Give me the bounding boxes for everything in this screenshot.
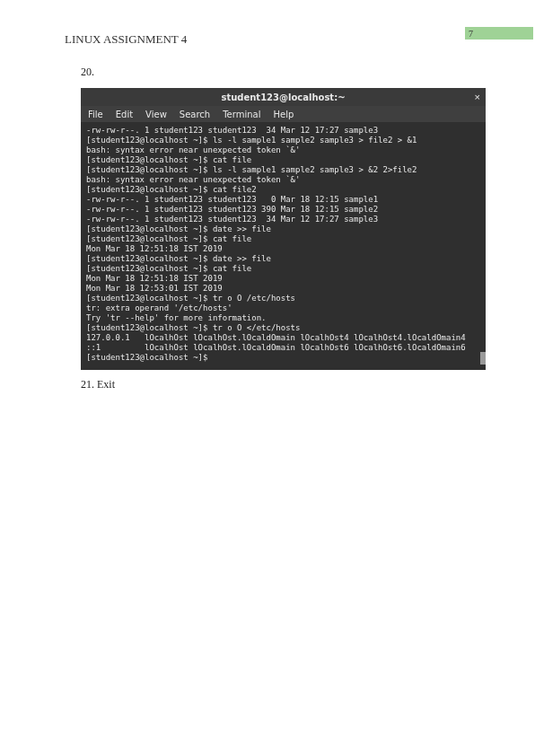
term-line: Try 'tr --help' for more information.: [86, 313, 266, 322]
menu-edit[interactable]: Edit: [116, 110, 133, 119]
term-line: 127.0.0.1 lOcalhOst lOcalhOst.lOcaldOmai…: [86, 333, 466, 342]
term-line: bash: syntax error near unexpected token…: [86, 175, 300, 184]
term-line: Mon Mar 18 12:53:01 IST 2019: [86, 284, 223, 293]
term-line: tr: extra operand '/etc/hosts': [86, 303, 232, 312]
term-line: -rw-rw-r--. 1 student123 student123 34 M…: [86, 126, 378, 135]
page-header: LINUX ASSIGNMENT 4 7: [0, 27, 535, 48]
menu-help[interactable]: Help: [273, 110, 294, 119]
term-line: [student123@localhost ~]$ tr o O /etc/ho…: [86, 294, 295, 303]
close-icon[interactable]: ×: [475, 91, 480, 103]
page-number-badge: 7: [465, 27, 533, 40]
term-line: [student123@localhost ~]$ cat file: [86, 155, 251, 164]
term-line: [student123@localhost ~]$: [86, 353, 207, 362]
term-line: [student123@localhost ~]$ cat file: [86, 234, 251, 243]
document-page: LINUX ASSIGNMENT 4 7 20. student123@loca…: [0, 0, 535, 756]
question-21-label: 21. Exit: [81, 378, 115, 391]
menu-search[interactable]: Search: [180, 110, 210, 119]
term-line: [student123@localhost ~]$ date >> file: [86, 254, 271, 263]
page-number: 7: [469, 29, 473, 39]
question-20-label: 20.: [81, 66, 94, 79]
menu-file[interactable]: File: [88, 110, 103, 119]
term-line: ::1 lOcalhOst lOcalhOst.lOcaldOmain lOca…: [86, 343, 466, 352]
menu-view[interactable]: View: [145, 110, 167, 119]
menu-terminal[interactable]: Terminal: [223, 110, 260, 119]
terminal-window: student123@localhost:~ × File Edit View …: [81, 88, 486, 370]
terminal-body[interactable]: -rw-rw-r--. 1 student123 student123 34 M…: [81, 122, 486, 370]
term-line: Mon Mar 18 12:51:18 IST 2019: [86, 244, 223, 253]
term-line: [student123@localhost ~]$ ls -l sample1 …: [86, 165, 417, 174]
term-line: [student123@localhost ~]$ date >> file: [86, 224, 271, 233]
term-line: -rw-rw-r--. 1 student123 student123 34 M…: [86, 215, 378, 224]
scrollbar-thumb[interactable]: [480, 352, 486, 365]
term-line: -rw-rw-r--. 1 student123 student123 0 Ma…: [86, 195, 378, 204]
term-line: -rw-rw-r--. 1 student123 student123 390 …: [86, 205, 378, 214]
term-line: [student123@localhost ~]$ cat file: [86, 264, 251, 273]
terminal-titlebar: student123@localhost:~ ×: [81, 88, 486, 106]
term-line: [student123@localhost ~]$ ls -l sample1 …: [86, 136, 417, 145]
term-line: bash: syntax error near unexpected token…: [86, 145, 300, 154]
terminal-title: student123@localhost:~: [221, 92, 345, 102]
term-line: [student123@localhost ~]$ tr o O </etc/h…: [86, 323, 300, 332]
document-title: LINUX ASSIGNMENT 4: [65, 32, 187, 47]
terminal-menubar: File Edit View Search Terminal Help: [81, 106, 486, 122]
term-line: [student123@localhost ~]$ cat file2: [86, 185, 257, 194]
term-line: Mon Mar 18 12:51:18 IST 2019: [86, 274, 223, 283]
